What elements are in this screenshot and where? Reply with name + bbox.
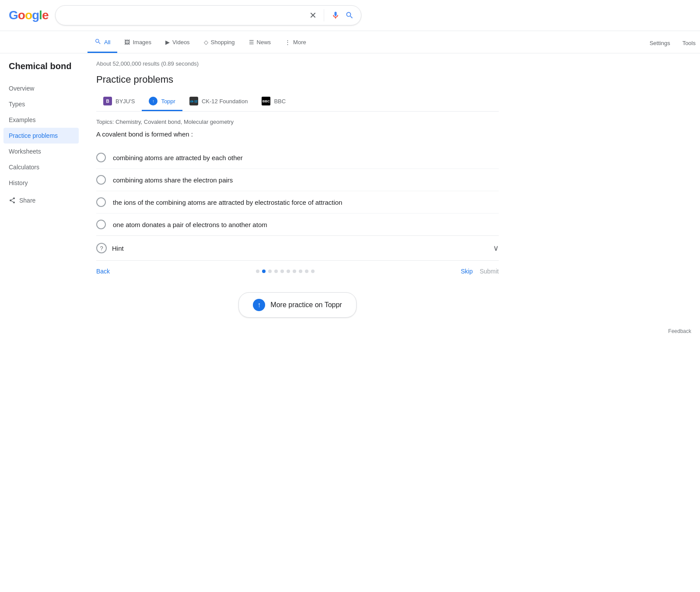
tab-news-label: News (257, 39, 271, 46)
share-label: Share (19, 197, 35, 204)
dot-2 (268, 270, 272, 273)
sidebar-item-calculators[interactable]: Calculators (9, 159, 79, 175)
sidebar-item-overview[interactable]: Overview (9, 81, 79, 96)
ck12-label: CK-12 Foundation (202, 98, 248, 105)
option-2-text: combining atoms share the electron pairs (113, 176, 233, 184)
search-input[interactable]: chemical bond practice problems (63, 11, 309, 19)
dot-3 (274, 270, 278, 273)
sidebar-item-examples[interactable]: Examples (9, 112, 79, 128)
skip-button[interactable]: Skip (461, 268, 472, 275)
tab-videos-label: Videos (172, 39, 190, 46)
sidebar-item-worksheets[interactable]: Worksheets (9, 144, 79, 159)
practice-section-title: Practice problems (96, 74, 499, 85)
hint-row[interactable]: ? Hint ∨ (96, 235, 499, 260)
option-3[interactable]: the ions of the combining atoms are attr… (96, 191, 499, 214)
hint-label: Hint (112, 245, 488, 252)
dot-0 (256, 270, 259, 273)
dot-7 (299, 270, 302, 273)
dot-9 (311, 270, 315, 273)
byjus-logo: B (103, 97, 112, 105)
header: Google chemical bond practice problems ✕ (0, 0, 700, 31)
dot-1 (262, 270, 266, 273)
share-icon (9, 197, 16, 204)
radio-option-3[interactable] (96, 197, 106, 207)
option-1[interactable]: combining atoms are attracted by each ot… (96, 147, 499, 169)
option-3-text: the ions of the combining atoms are attr… (113, 199, 342, 206)
voice-search-button[interactable] (331, 11, 340, 20)
tab-more[interactable]: ⋮ More (278, 34, 313, 52)
clear-search-button[interactable]: ✕ (309, 10, 317, 21)
question-prompt: A covalent bond is formed when : (96, 130, 499, 138)
tools-link[interactable]: Tools (678, 35, 700, 52)
feedback-button[interactable]: Feedback (668, 328, 691, 334)
tab-shopping[interactable]: ◇ Shopping (197, 34, 242, 52)
option-2[interactable]: combining atoms share the electron pairs (96, 169, 499, 191)
submit-button: Submit (480, 268, 499, 275)
tab-news[interactable]: ☰ News (242, 34, 278, 52)
sidebar-item-practice-problems[interactable]: Practice problems (4, 128, 79, 144)
source-tab-toppr[interactable]: ↑ Toppr (142, 92, 182, 111)
content-area: About 52,000,000 results (0.89 seconds) … (88, 60, 508, 325)
more-practice-container: ↑ More practice on Toppr (96, 282, 499, 325)
nav-settings: Settings Tools (645, 35, 700, 52)
share-button[interactable]: Share (9, 193, 79, 208)
dot-5 (287, 270, 290, 273)
question-nav: Back Skip Submit (96, 260, 499, 282)
results-count: About 52,000,000 results (0.89 seconds) (96, 60, 499, 67)
videos-icon: ▶ (165, 39, 170, 46)
tab-all[interactable]: All (88, 33, 117, 53)
toppr-circle-icon: ↑ (253, 299, 265, 311)
sidebar-topic-title: Chemical bond (9, 60, 79, 72)
images-icon: 🖼 (124, 39, 130, 46)
google-logo: Google (9, 8, 48, 22)
tab-images[interactable]: 🖼 Images (117, 34, 158, 52)
tab-images-label: Images (133, 39, 151, 46)
source-tab-ck12[interactable]: ck·12 CK-12 Foundation (182, 92, 255, 111)
more-practice-label: More practice on Toppr (270, 301, 342, 309)
source-tab-byjus[interactable]: B BYJU'S (96, 92, 142, 111)
options-list: combining atoms are attracted by each ot… (96, 147, 499, 235)
tab-shopping-label: Shopping (211, 39, 235, 46)
shopping-icon: ◇ (204, 39, 208, 46)
toppr-logo: ↑ (149, 97, 158, 105)
more-practice-button[interactable]: ↑ More practice on Toppr (238, 292, 356, 318)
dot-4 (280, 270, 284, 273)
ck12-logo: ck·12 (189, 97, 198, 105)
radio-option-4[interactable] (96, 220, 106, 229)
settings-link[interactable]: Settings (645, 35, 675, 52)
tab-more-label: More (293, 39, 306, 46)
byjus-label: BYJU'S (116, 98, 135, 105)
source-tabs: B BYJU'S ↑ Toppr ck·12 CK-12 Foundation … (96, 92, 499, 112)
dot-8 (305, 270, 308, 273)
option-4-text: one atom donates a pair of electrons to … (113, 221, 267, 228)
nav-tabs: All 🖼 Images ▶ Videos ◇ Shopping ☰ News … (0, 31, 700, 53)
chevron-down-icon: ∨ (493, 243, 499, 253)
dot-6 (293, 270, 296, 273)
radio-option-1[interactable] (96, 153, 106, 162)
news-icon: ☰ (249, 39, 254, 46)
tab-all-label: All (104, 39, 110, 46)
tab-videos[interactable]: ▶ Videos (158, 34, 197, 52)
bbc-logo: BBC (262, 97, 270, 105)
topics-text: Topics: Chemistry, Covalent bond, Molecu… (96, 119, 499, 125)
search-bar[interactable]: chemical bond practice problems ✕ (55, 5, 361, 25)
mic-icon (331, 11, 340, 20)
search-icons: ✕ (309, 9, 354, 21)
sidebar-item-types[interactable]: Types (9, 96, 79, 112)
more-icon: ⋮ (285, 39, 290, 46)
toppr-label: Toppr (161, 98, 175, 105)
search-button[interactable] (345, 11, 354, 20)
bbc-label: BBC (274, 98, 286, 105)
source-tab-bbc[interactable]: BBC BBC (255, 92, 293, 111)
radio-option-2[interactable] (96, 175, 106, 185)
option-1-text: combining atoms are attracted by each ot… (113, 154, 243, 161)
all-icon (94, 38, 102, 46)
feedback-row: Feedback (0, 325, 700, 338)
main-layout: Chemical bond Overview Types Examples Pr… (0, 53, 700, 325)
hint-icon: ? (96, 243, 107, 253)
search-icon (345, 11, 354, 20)
sidebar-item-history[interactable]: History (9, 175, 79, 191)
progress-dots (110, 270, 461, 273)
option-4[interactable]: one atom donates a pair of electrons to … (96, 214, 499, 235)
back-button[interactable]: Back (96, 268, 110, 275)
